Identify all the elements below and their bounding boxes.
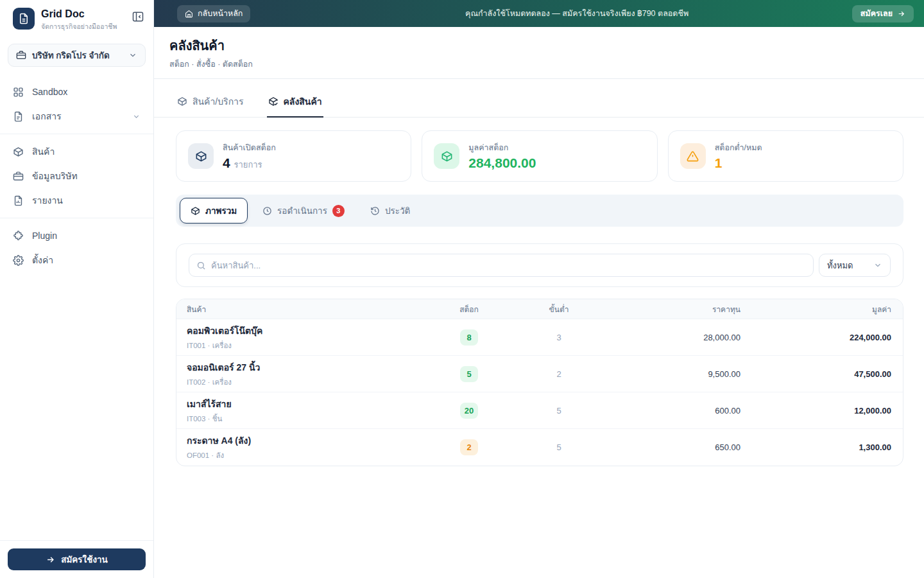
- pill-label: ประวัติ: [385, 204, 410, 218]
- app-title: Grid Doc: [41, 8, 117, 21]
- chevron-down-icon: [873, 261, 882, 270]
- min-stock: 2: [508, 369, 610, 379]
- home-icon: [185, 10, 193, 18]
- stock-value: 12,000.00: [740, 406, 893, 416]
- table-row[interactable]: กระดาษ A4 (ลัง) OF001 · ลัง 2 5 650.00 1…: [176, 429, 903, 466]
- chevron-down-icon: [132, 112, 141, 121]
- table-row[interactable]: คอมพิวเตอร์โน๊ตบุ๊ค IT001 · เครื่อง 8 3 …: [176, 319, 903, 356]
- sidebar-item-sandbox[interactable]: Sandbox: [0, 80, 153, 104]
- chevron-down-icon: [128, 51, 137, 60]
- product-name: คอมพิวเตอร์โน๊ตบุ๊ค: [187, 324, 431, 338]
- page-subtitle: สต็อก · สั่งซื้อ · ตัดสต็อก: [169, 58, 903, 71]
- sidebar-item-plugin[interactable]: Plugin: [0, 223, 153, 248]
- stat-value: 284,800.00: [468, 155, 536, 171]
- warning-triangle-icon: [680, 143, 706, 169]
- sidebar-item-products[interactable]: สินค้า: [0, 139, 153, 164]
- stat-label: มูลค่าสต็อก: [468, 141, 536, 154]
- puzzle-icon: [13, 231, 24, 241]
- pill-overview[interactable]: ภาพรวม: [180, 198, 248, 223]
- package-icon: [177, 96, 187, 107]
- category-filter-select[interactable]: ทั้งหมด: [819, 254, 891, 277]
- min-stock: 3: [508, 333, 610, 342]
- back-home-button[interactable]: กลับหน้าหลัก: [177, 5, 250, 22]
- column-header-stock: สต็อก: [431, 303, 508, 315]
- package-icon: [191, 206, 200, 216]
- main-tabbar: สินค้า/บริการ คลังสินค้า: [154, 91, 924, 118]
- table-row[interactable]: เมาส์ไร้สาย IT003 · ชิ้น 20 5 600.00 12,…: [176, 392, 903, 429]
- min-stock: 5: [508, 406, 610, 416]
- pill-pending[interactable]: รอดำเนินการ 3: [252, 198, 355, 223]
- sidebar-divider: [0, 134, 153, 134]
- trial-topbar: กลับหน้าหลัก คุณกำลังใช้โหมดทดลอง — สมัค…: [154, 0, 924, 27]
- pending-count-badge: 3: [332, 205, 345, 217]
- panel-collapse-icon: [132, 10, 144, 23]
- company-name: บริษัท กริดโปร จำกัด: [32, 48, 110, 62]
- package-icon: [188, 143, 214, 169]
- package-check-icon: [268, 96, 278, 107]
- signup-sidebar-button[interactable]: สมัครใช้งาน: [8, 548, 146, 570]
- product-code: IT003 · ชิ้น: [187, 413, 431, 425]
- stock-value: 1,300.00: [740, 442, 893, 452]
- stat-unit: รายการ: [234, 160, 262, 170]
- search-card: ทั้งหมด: [176, 243, 903, 287]
- app-subtitle: จัดการธุรกิจอย่างมืออาชีพ: [41, 21, 117, 32]
- filter-selected-value: ทั้งหมด: [827, 259, 853, 272]
- history-icon: [370, 206, 380, 216]
- stat-label: สต็อกต่ำ/หมด: [715, 141, 762, 154]
- tab-inventory[interactable]: คลังสินค้า: [267, 91, 323, 118]
- sidebar-item-label: รายงาน: [32, 193, 63, 207]
- package-icon: [13, 146, 24, 157]
- signup-sidebar-label: สมัครใช้งาน: [61, 552, 108, 566]
- pill-label: รอดำเนินการ: [277, 204, 327, 218]
- sidebar-divider: [0, 218, 153, 218]
- sidebar-item-label: สินค้า: [32, 144, 55, 159]
- app-logo: [13, 8, 35, 30]
- product-code: IT002 · เครื่อง: [187, 376, 431, 388]
- sidebar-item-label: เอกสาร: [32, 109, 62, 123]
- sidebar-item-company-info[interactable]: ข้อมูลบริษัท: [0, 164, 153, 188]
- stat-card-stock-value: มูลค่าสต็อก 284,800.00: [422, 130, 657, 182]
- stock-value: 47,500.00: [740, 369, 893, 379]
- sidebar-item-documents[interactable]: เอกสาร: [0, 104, 153, 128]
- signup-now-button[interactable]: สมัครเลย: [852, 5, 914, 22]
- stat-value: 4: [223, 155, 230, 170]
- tab-products-services[interactable]: สินค้า/บริการ: [176, 91, 245, 118]
- column-header-min: ขั้นต่ำ: [508, 303, 610, 315]
- arrow-right-icon: [46, 555, 55, 565]
- briefcase-icon: [13, 171, 24, 182]
- sidebar-collapse-button[interactable]: [132, 10, 144, 23]
- stock-value: 224,000.00: [740, 333, 893, 342]
- search-box: [189, 254, 814, 277]
- table-row[interactable]: จอมอนิเตอร์ 27 นิ้ว IT002 · เครื่อง 5 2 …: [176, 356, 903, 392]
- grid-icon: [13, 87, 24, 98]
- min-stock: 5: [508, 442, 610, 452]
- cost-price: 9,500.00: [610, 369, 740, 379]
- sidebar-item-reports[interactable]: รายงาน: [0, 188, 153, 213]
- tab-label: คลังสินค้า: [284, 94, 322, 109]
- stock-badge-low: 2: [460, 439, 478, 455]
- sidebar-footer: สมัครใช้งาน: [0, 540, 153, 578]
- sidebar-item-label: Plugin: [32, 231, 57, 241]
- back-home-label: กลับหน้าหลัก: [198, 7, 243, 20]
- column-header-product: สินค้า: [176, 303, 431, 315]
- cost-price: 28,000.00: [610, 333, 740, 342]
- stat-value: 1: [715, 155, 762, 171]
- inventory-table: สินค้า สต็อก ขั้นต่ำ ราคาทุน มูลค่า คอมพ…: [176, 299, 903, 466]
- column-header-cost: ราคาทุน: [610, 303, 740, 315]
- stat-cards: สินค้าเปิดสต็อก 4 รายการ มูลค่าสต็อก 284…: [176, 130, 903, 182]
- gear-icon: [13, 255, 24, 266]
- product-code: IT001 · เครื่อง: [187, 340, 431, 351]
- pill-history[interactable]: ประวัติ: [359, 198, 421, 223]
- stock-badge: 5: [460, 366, 478, 382]
- stock-badge: 20: [460, 403, 478, 419]
- sidebar-item-settings[interactable]: ตั้งค่า: [0, 248, 153, 272]
- company-selector[interactable]: บริษัท กริดโปร จำกัด: [8, 44, 146, 67]
- document-logo-icon: [18, 13, 30, 24]
- report-icon: [13, 195, 24, 206]
- search-input[interactable]: [211, 261, 806, 270]
- stat-card-low-stock: สต็อกต่ำ/หมด 1: [668, 130, 903, 182]
- document-icon: [13, 111, 24, 122]
- clock-icon: [262, 206, 272, 216]
- product-name: เมาส์ไร้สาย: [187, 397, 431, 411]
- page-title: คลังสินค้า: [169, 35, 903, 56]
